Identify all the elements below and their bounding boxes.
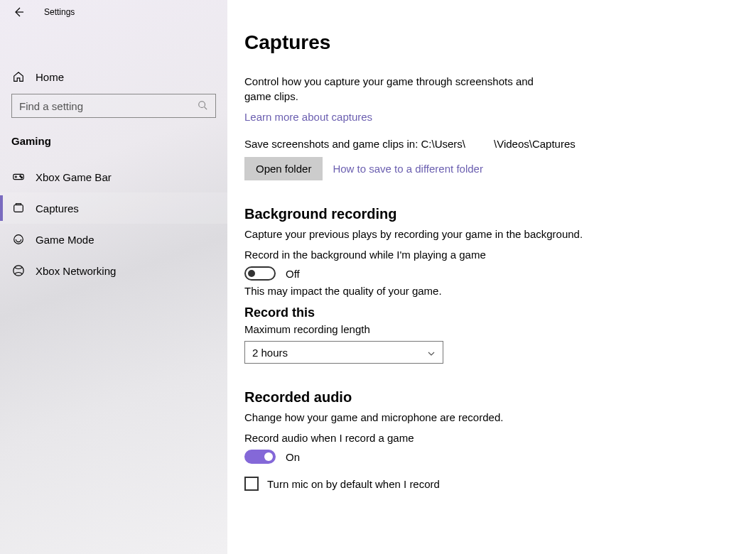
record-audio-toggle-state: On	[286, 451, 300, 463]
record-audio-toggle-label: Record audio when I record a game	[244, 432, 614, 444]
back-icon[interactable]	[11, 5, 26, 19]
how-to-save-link[interactable]: How to save to a different folder	[333, 163, 483, 175]
sidebar-item-xbox-game-bar[interactable]: Xbox Game Bar	[0, 161, 227, 192]
max-recording-label: Maximum recording length	[244, 323, 614, 335]
bg-recording-desc: Capture your previous plays by recording…	[244, 227, 614, 241]
sidebar-section-label: Gaming	[0, 125, 227, 151]
main-content: Captures Control how you capture your ga…	[227, 0, 756, 554]
sidebar-nav: Xbox Game Bar Captures Game Mode	[0, 161, 227, 286]
bg-recording-toggle-label: Record in the background while I'm playi…	[244, 249, 614, 261]
bg-recording-toggle-state: Off	[286, 268, 300, 280]
record-this-heading: Record this	[244, 305, 614, 320]
bg-recording-toggle[interactable]	[244, 266, 276, 281]
sidebar-header: Settings	[0, 0, 227, 24]
game-bar-icon	[11, 170, 26, 184]
sidebar-item-label: Xbox Networking	[36, 265, 116, 277]
sidebar: Settings Home Gaming	[0, 0, 227, 554]
bg-recording-note: This may impact the quality of your game…	[244, 285, 614, 297]
captures-icon	[11, 201, 26, 215]
svg-point-6	[14, 235, 23, 244]
search-input-container[interactable]	[11, 94, 216, 118]
learn-more-link[interactable]: Learn more about captures	[244, 111, 372, 123]
search-input[interactable]	[19, 100, 198, 112]
game-mode-icon	[11, 232, 26, 246]
recorded-audio-desc: Change how your game and microphone are …	[244, 410, 614, 425]
recorded-audio-heading: Recorded audio	[244, 389, 614, 406]
sidebar-home-label: Home	[36, 71, 64, 83]
sidebar-item-captures[interactable]: Captures	[0, 192, 227, 224]
svg-point-0	[199, 102, 205, 108]
svg-rect-5	[16, 204, 21, 205]
xbox-networking-icon	[11, 264, 26, 278]
sidebar-item-label: Xbox Game Bar	[36, 171, 112, 183]
mic-default-label: Turn mic on by default when I record	[267, 478, 440, 490]
chevron-down-icon	[427, 348, 436, 357]
record-audio-toggle[interactable]	[244, 450, 276, 464]
save-path-suffix: \Videos\Captures	[494, 138, 576, 150]
app-title: Settings	[44, 7, 75, 17]
open-folder-button[interactable]: Open folder	[244, 157, 323, 180]
search-icon	[198, 100, 208, 112]
bg-recording-heading: Background recording	[244, 206, 614, 222]
save-path-prefix: Save screenshots and game clips in: C:\U…	[244, 138, 465, 150]
page-title: Captures	[244, 31, 739, 54]
svg-point-2	[20, 175, 21, 177]
mic-default-checkbox[interactable]	[244, 477, 259, 491]
max-recording-value: 2 hours	[252, 347, 288, 359]
sidebar-item-label: Captures	[36, 202, 79, 214]
sidebar-item-game-mode[interactable]: Game Mode	[0, 224, 227, 255]
home-icon	[11, 70, 26, 84]
max-recording-select[interactable]: 2 hours	[244, 341, 443, 364]
sidebar-item-label: Game Mode	[36, 234, 94, 246]
intro-text: Control how you capture your game throug…	[244, 74, 543, 104]
save-path: Save screenshots and game clips in: C:\U…	[244, 138, 614, 150]
sidebar-item-xbox-networking[interactable]: Xbox Networking	[0, 255, 227, 286]
svg-point-3	[21, 177, 23, 178]
svg-rect-4	[14, 205, 23, 212]
svg-point-7	[14, 266, 23, 276]
sidebar-home[interactable]: Home	[0, 60, 227, 94]
